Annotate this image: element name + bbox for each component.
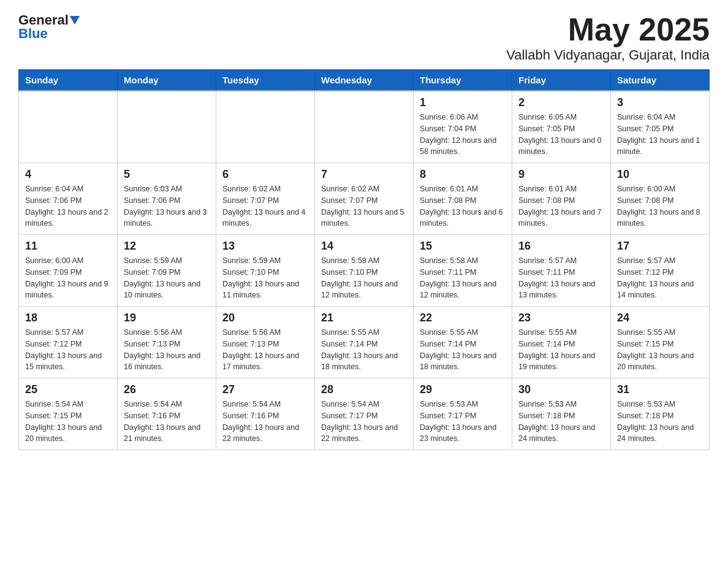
calendar-cell: 22Sunrise: 5:55 AMSunset: 7:14 PMDayligh… [414,307,512,378]
calendar-cell: 8Sunrise: 6:01 AMSunset: 7:08 PMDaylight… [414,163,512,235]
day-info: Sunrise: 5:53 AMSunset: 7:18 PMDaylight:… [617,399,703,445]
day-number: 24 [617,312,703,324]
day-info: Sunrise: 6:05 AMSunset: 7:05 PMDaylight:… [518,112,604,158]
day-info: Sunrise: 5:55 AMSunset: 7:15 PMDaylight:… [617,327,703,373]
calendar-cell: 7Sunrise: 6:02 AMSunset: 7:07 PMDaylight… [315,163,414,235]
day-number: 19 [124,312,210,324]
calendar-week-3: 11Sunrise: 6:00 AMSunset: 7:09 PMDayligh… [19,235,710,307]
calendar-subtitle: Vallabh Vidyanagar, Gujarat, India [506,47,710,63]
day-number: 5 [124,168,210,181]
day-number: 3 [617,96,703,109]
calendar-cell: 6Sunrise: 6:02 AMSunset: 7:07 PMDaylight… [216,163,315,235]
day-number: 26 [124,383,210,396]
day-number: 22 [420,312,506,324]
calendar-cell: 23Sunrise: 5:55 AMSunset: 7:14 PMDayligh… [512,307,611,378]
calendar-body: 1Sunrise: 6:06 AMSunset: 7:04 PMDaylight… [19,91,710,450]
calendar-week-1: 1Sunrise: 6:06 AMSunset: 7:04 PMDaylight… [19,91,710,163]
day-number: 27 [222,383,308,396]
day-number: 28 [321,383,407,396]
calendar-title: May 2025 [506,12,710,47]
day-number: 23 [518,312,604,324]
calendar-week-4: 18Sunrise: 5:57 AMSunset: 7:12 PMDayligh… [19,307,710,378]
calendar-cell: 11Sunrise: 6:00 AMSunset: 7:09 PMDayligh… [19,235,118,307]
logo-blue-text: Blue [18,26,48,42]
day-number: 17 [617,240,703,253]
calendar-cell: 17Sunrise: 5:57 AMSunset: 7:12 PMDayligh… [611,235,710,307]
day-info: Sunrise: 6:02 AMSunset: 7:07 PMDaylight:… [321,183,407,229]
calendar-table: Sunday Monday Tuesday Wednesday Thursday… [18,69,710,450]
day-info: Sunrise: 6:03 AMSunset: 7:06 PMDaylight:… [124,183,210,229]
calendar-cell: 20Sunrise: 5:56 AMSunset: 7:13 PMDayligh… [216,307,315,378]
day-info: Sunrise: 5:59 AMSunset: 7:09 PMDaylight:… [124,255,210,301]
col-thursday: Thursday [414,70,512,91]
calendar-cell: 18Sunrise: 5:57 AMSunset: 7:12 PMDayligh… [19,307,118,378]
day-info: Sunrise: 5:55 AMSunset: 7:14 PMDaylight:… [420,327,506,373]
day-number: 13 [222,240,308,253]
calendar-cell: 21Sunrise: 5:55 AMSunset: 7:14 PMDayligh… [315,307,414,378]
day-info: Sunrise: 5:57 AMSunset: 7:11 PMDaylight:… [518,255,604,301]
day-number: 15 [420,240,506,253]
day-number: 18 [25,312,111,324]
day-info: Sunrise: 5:55 AMSunset: 7:14 PMDaylight:… [518,327,604,373]
calendar-cell: 30Sunrise: 5:53 AMSunset: 7:18 PMDayligh… [512,378,611,450]
day-number: 2 [518,96,604,109]
day-info: Sunrise: 5:54 AMSunset: 7:15 PMDaylight:… [25,399,111,445]
calendar-cell: 10Sunrise: 6:00 AMSunset: 7:08 PMDayligh… [611,163,710,235]
calendar-cell [19,91,118,163]
calendar-cell: 25Sunrise: 5:54 AMSunset: 7:15 PMDayligh… [19,378,118,450]
day-number: 25 [25,383,111,396]
day-info: Sunrise: 5:59 AMSunset: 7:10 PMDaylight:… [222,255,308,301]
day-number: 6 [222,168,308,181]
calendar-cell: 29Sunrise: 5:53 AMSunset: 7:17 PMDayligh… [414,378,512,450]
day-info: Sunrise: 6:04 AMSunset: 7:05 PMDaylight:… [617,112,703,158]
day-info: Sunrise: 6:04 AMSunset: 7:06 PMDaylight:… [25,183,111,229]
calendar-cell: 3Sunrise: 6:04 AMSunset: 7:05 PMDaylight… [611,91,710,163]
calendar-cell: 28Sunrise: 5:54 AMSunset: 7:17 PMDayligh… [315,378,414,450]
day-number: 30 [518,383,604,396]
calendar-cell: 12Sunrise: 5:59 AMSunset: 7:09 PMDayligh… [118,235,216,307]
day-number: 20 [222,312,308,324]
day-info: Sunrise: 5:56 AMSunset: 7:13 PMDaylight:… [124,327,210,373]
calendar-cell: 24Sunrise: 5:55 AMSunset: 7:15 PMDayligh… [611,307,710,378]
col-tuesday: Tuesday [216,70,315,91]
day-info: Sunrise: 5:58 AMSunset: 7:10 PMDaylight:… [321,255,407,301]
day-number: 21 [321,312,407,324]
day-number: 8 [420,168,506,181]
day-number: 10 [617,168,703,181]
calendar-header: Sunday Monday Tuesday Wednesday Thursday… [19,70,710,91]
calendar-cell: 4Sunrise: 6:04 AMSunset: 7:06 PMDaylight… [19,163,118,235]
calendar-cell: 15Sunrise: 5:58 AMSunset: 7:11 PMDayligh… [414,235,512,307]
calendar-cell: 26Sunrise: 5:54 AMSunset: 7:16 PMDayligh… [118,378,216,450]
calendar-cell [118,91,216,163]
day-info: Sunrise: 5:54 AMSunset: 7:16 PMDaylight:… [222,399,308,445]
day-info: Sunrise: 5:57 AMSunset: 7:12 PMDaylight:… [617,255,703,301]
calendar-cell: 14Sunrise: 5:58 AMSunset: 7:10 PMDayligh… [315,235,414,307]
day-info: Sunrise: 5:54 AMSunset: 7:17 PMDaylight:… [321,399,407,445]
day-info: Sunrise: 6:06 AMSunset: 7:04 PMDaylight:… [420,112,506,158]
calendar-cell: 13Sunrise: 5:59 AMSunset: 7:10 PMDayligh… [216,235,315,307]
day-number: 1 [420,96,506,109]
calendar-cell [216,91,315,163]
col-saturday: Saturday [611,70,710,91]
col-friday: Friday [512,70,611,91]
calendar-cell: 9Sunrise: 6:01 AMSunset: 7:08 PMDaylight… [512,163,611,235]
day-info: Sunrise: 5:53 AMSunset: 7:17 PMDaylight:… [420,399,506,445]
calendar-cell: 5Sunrise: 6:03 AMSunset: 7:06 PMDaylight… [118,163,216,235]
logo-triangle-icon [70,16,80,25]
calendar-cell: 1Sunrise: 6:06 AMSunset: 7:04 PMDaylight… [414,91,512,163]
calendar-cell: 2Sunrise: 6:05 AMSunset: 7:05 PMDaylight… [512,91,611,163]
title-block: May 2025 Vallabh Vidyanagar, Gujarat, In… [506,12,710,63]
day-number: 14 [321,240,407,253]
day-number: 11 [25,240,111,253]
col-wednesday: Wednesday [315,70,414,91]
col-sunday: Sunday [19,70,118,91]
day-info: Sunrise: 5:53 AMSunset: 7:18 PMDaylight:… [518,399,604,445]
calendar-week-2: 4Sunrise: 6:04 AMSunset: 7:06 PMDaylight… [19,163,710,235]
page-header: General Blue May 2025 Vallabh Vidyanagar… [18,12,710,63]
day-number: 16 [518,240,604,253]
day-info: Sunrise: 6:00 AMSunset: 7:09 PMDaylight:… [25,255,111,301]
day-number: 31 [617,383,703,396]
day-info: Sunrise: 5:57 AMSunset: 7:12 PMDaylight:… [25,327,111,373]
day-number: 7 [321,168,407,181]
header-row: Sunday Monday Tuesday Wednesday Thursday… [19,70,710,91]
